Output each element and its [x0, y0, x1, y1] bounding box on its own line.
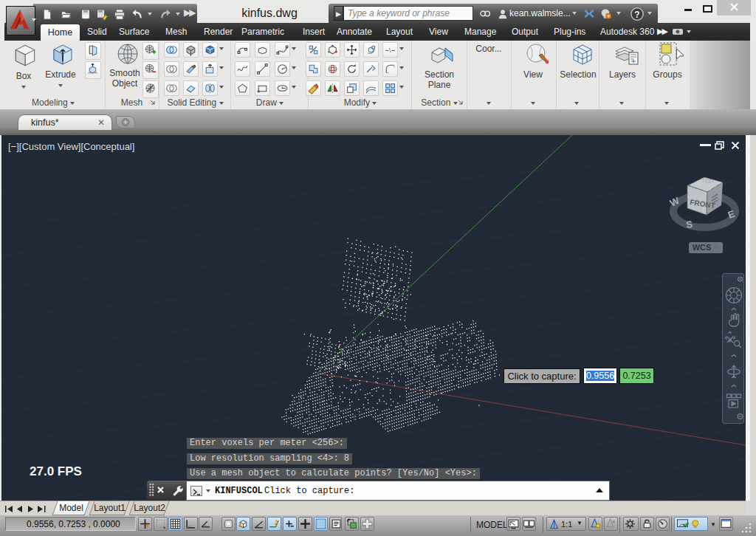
svg-text:?: ? — [634, 10, 639, 20]
svg-text:W: W — [668, 195, 681, 209]
svg-text:S: S — [685, 219, 693, 230]
